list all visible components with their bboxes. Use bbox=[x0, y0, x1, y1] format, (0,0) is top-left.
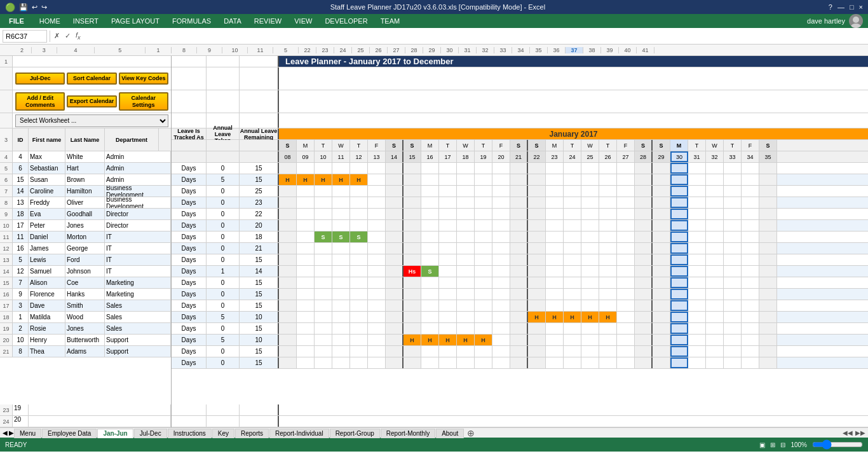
emp-tracked[interactable]: Days bbox=[172, 163, 207, 174]
emp-taken[interactable]: 0 bbox=[207, 254, 240, 265]
emp-remaining[interactable]: 25 bbox=[240, 186, 279, 197]
view-page-break-icon[interactable]: ⊟ bbox=[780, 441, 785, 448]
emp-fname[interactable]: Henry bbox=[29, 335, 65, 345]
name-box[interactable] bbox=[3, 30, 47, 43]
emp-id[interactable]: 13 bbox=[13, 197, 29, 208]
tab-report-group[interactable]: Report-Group bbox=[330, 429, 380, 438]
emp-id[interactable]: 11 bbox=[13, 232, 29, 242]
emp-lname[interactable]: Adams bbox=[65, 346, 105, 357]
tab-page-layout[interactable]: PAGE LAYOUT bbox=[105, 15, 166, 27]
emp-taken[interactable]: 5 bbox=[207, 312, 240, 322]
restore-btn[interactable]: □ bbox=[850, 3, 854, 11]
help-btn[interactable]: ? bbox=[829, 3, 832, 11]
emp-taken[interactable]: 0 bbox=[207, 289, 240, 300]
redo-quick-btn[interactable]: ↪ bbox=[41, 3, 47, 11]
emp-tracked[interactable]: Days bbox=[172, 197, 207, 208]
tab-menu[interactable]: Menu bbox=[14, 429, 41, 438]
function-icon[interactable]: fx bbox=[74, 31, 82, 41]
emp-taken[interactable]: 0 bbox=[207, 346, 240, 357]
emp-dept[interactable]: Business Development bbox=[105, 186, 171, 197]
emp-remaining[interactable]: 15 bbox=[240, 254, 279, 265]
undo-quick-btn[interactable]: ↩ bbox=[32, 3, 37, 11]
emp-dept[interactable]: Business Development bbox=[105, 197, 171, 208]
emp-lname[interactable]: Coe bbox=[65, 277, 105, 288]
emp-fname[interactable]: Samuel bbox=[29, 266, 65, 277]
tab-jul-dec[interactable]: Jul-Dec bbox=[134, 429, 167, 438]
emp-remaining[interactable]: 15 bbox=[240, 277, 279, 288]
export-calendar-button[interactable]: Export Calendar bbox=[67, 95, 116, 107]
emp-taken[interactable]: 0 bbox=[207, 323, 240, 334]
emp-lname[interactable]: Smith bbox=[65, 300, 105, 311]
emp-taken[interactable]: 0 bbox=[207, 232, 240, 242]
emp-taken[interactable]: 0 bbox=[207, 357, 240, 368]
emp-tracked[interactable]: Days bbox=[172, 346, 207, 357]
emp-lname[interactable]: Goodhall bbox=[65, 209, 105, 219]
emp-remaining[interactable]: 14 bbox=[240, 266, 279, 277]
emp-lname[interactable]: Jones bbox=[65, 220, 105, 231]
add-edit-comments-button[interactable]: Add / Edit Comments bbox=[15, 92, 65, 111]
emp-fname[interactable]: Caroline bbox=[29, 186, 65, 197]
emp-fname[interactable]: James bbox=[29, 243, 65, 254]
view-key-codes-button[interactable]: View Key Codes bbox=[119, 73, 168, 85]
emp-fname[interactable]: Susan bbox=[29, 174, 65, 185]
emp-taken[interactable]: 0 bbox=[207, 277, 240, 288]
emp-fname[interactable]: Daniel bbox=[29, 232, 65, 242]
emp-dept[interactable]: Sales bbox=[105, 323, 171, 334]
emp-id[interactable]: 18 bbox=[13, 209, 29, 219]
emp-tracked[interactable]: Days bbox=[172, 289, 207, 300]
emp-dept[interactable]: IT bbox=[105, 254, 171, 265]
emp-lname[interactable]: Ford bbox=[65, 254, 105, 265]
emp-dept[interactable]: Admin bbox=[105, 163, 171, 174]
emp-tracked[interactable]: Days bbox=[172, 312, 207, 322]
emp-lname[interactable]: Hanks bbox=[65, 289, 105, 300]
emp-dept[interactable]: Marketing bbox=[105, 289, 171, 300]
emp-id[interactable]: 16 bbox=[13, 243, 29, 254]
calendar-settings-button[interactable]: Calendar Settings bbox=[119, 92, 168, 111]
worksheet-select[interactable]: Select Worksheet ... Jan-Jun Jul-Dec bbox=[15, 114, 168, 127]
tab-data[interactable]: DATA bbox=[217, 15, 248, 27]
emp-dept[interactable]: IT bbox=[105, 266, 171, 277]
zoom-slider[interactable] bbox=[812, 442, 863, 447]
scrollbar-nav[interactable]: ◀◀ ▶▶ bbox=[843, 429, 865, 436]
emp-taken[interactable]: 5 bbox=[207, 335, 240, 345]
sort-calendar-button[interactable]: Sort Calendar bbox=[67, 73, 116, 85]
emp-tracked[interactable]: Days bbox=[172, 300, 207, 311]
emp-dept[interactable]: Director bbox=[105, 209, 171, 219]
add-sheet-btn[interactable]: ⊕ bbox=[467, 428, 475, 438]
emp-fname[interactable]: Freddy bbox=[29, 197, 65, 208]
emp-remaining[interactable]: 10 bbox=[240, 335, 279, 345]
emp-tracked[interactable]: Days bbox=[172, 232, 207, 242]
tab-developer[interactable]: DEVELOPER bbox=[318, 15, 374, 27]
emp-id[interactable]: 4 bbox=[13, 151, 29, 162]
emp-id[interactable]: 6 bbox=[13, 163, 29, 174]
view-layout-icon[interactable]: ⊞ bbox=[770, 441, 775, 448]
emp-lname[interactable]: Jones bbox=[65, 323, 105, 334]
file-tab[interactable]: FILE bbox=[0, 14, 33, 28]
tab-team[interactable]: TEAM bbox=[374, 15, 407, 27]
emp-lname[interactable]: Morton bbox=[65, 232, 105, 242]
emp-remaining[interactable]: 22 bbox=[240, 209, 279, 219]
emp-lname[interactable]: Brown bbox=[65, 174, 105, 185]
formula-input[interactable] bbox=[85, 32, 865, 40]
emp-id[interactable]: 14 bbox=[13, 186, 29, 197]
minimize-btn[interactable]: — bbox=[837, 3, 844, 11]
emp-dept[interactable]: Support bbox=[105, 335, 171, 345]
emp-id[interactable]: 7 bbox=[13, 277, 29, 288]
confirm-icon[interactable]: ✓ bbox=[64, 32, 72, 40]
emp-id[interactable]: 3 bbox=[13, 300, 29, 311]
emp-fname[interactable]: Sebastian bbox=[29, 163, 65, 174]
emp-taken[interactable]: 0 bbox=[207, 300, 240, 311]
cancel-icon[interactable]: ✗ bbox=[53, 32, 61, 40]
emp-fname[interactable]: Dave bbox=[29, 300, 65, 311]
emp-remaining[interactable]: 15 bbox=[240, 163, 279, 174]
window-controls[interactable]: ? — □ × bbox=[829, 3, 863, 11]
emp-dept[interactable]: Sales bbox=[105, 300, 171, 311]
emp-id[interactable]: 17 bbox=[13, 220, 29, 231]
emp-tracked[interactable]: Days bbox=[172, 266, 207, 277]
emp-tracked[interactable]: Days bbox=[172, 277, 207, 288]
emp-taken[interactable]: 0 bbox=[207, 163, 240, 174]
save-quick-btn[interactable]: 💾 bbox=[19, 3, 28, 11]
emp-taken[interactable]: 0 bbox=[207, 220, 240, 231]
emp-fname[interactable]: Lewis bbox=[29, 254, 65, 265]
emp-id[interactable]: 12 bbox=[13, 266, 29, 277]
